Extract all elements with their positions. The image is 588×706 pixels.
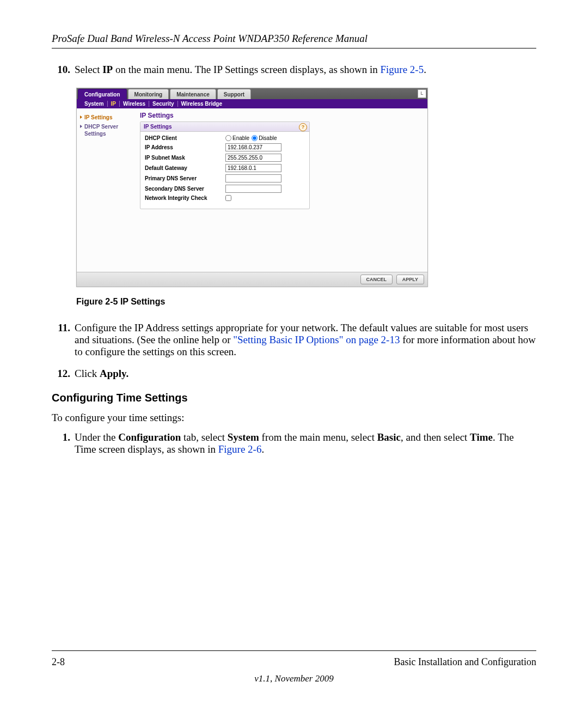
bold-basic: Basic <box>377 431 401 443</box>
figure-link[interactable]: Figure 2-5 <box>381 64 424 75</box>
sidenav-ip-settings[interactable]: IP Settings <box>80 113 134 122</box>
text: . <box>261 443 264 455</box>
radio-enable-label: Enable <box>232 135 249 141</box>
submenu-wireless[interactable]: Wireless <box>120 101 149 107</box>
input-subnet[interactable] <box>225 154 281 162</box>
text: . <box>424 64 426 75</box>
step-number: 11. <box>52 322 75 358</box>
submenu-system[interactable]: System <box>81 101 108 107</box>
step-number: 1. <box>52 431 75 455</box>
bold-time: Time <box>470 431 493 443</box>
link-setting-ip-options[interactable]: "Setting Basic IP Options" on page 2-13 <box>233 334 400 345</box>
footer-section: Basic Installation and Configuration <box>394 656 536 668</box>
radio-disable-wrap[interactable]: Disable <box>252 135 277 141</box>
input-secondary-dns[interactable] <box>225 185 281 193</box>
page-header-title: ProSafe Dual Band Wireless-N Access Poin… <box>52 33 536 45</box>
panel-body: DHCP Client Enable Disable IP Address IP… <box>140 132 309 209</box>
step-10: 10. Select IP on the main menu. The IP S… <box>52 64 536 76</box>
content-title: IP Settings <box>140 112 422 119</box>
help-icon[interactable]: ? <box>299 123 307 131</box>
text: , and then select <box>401 431 470 443</box>
panel-title: IP Settings <box>144 124 172 130</box>
submenu-wireless-bridge[interactable]: Wireless Bridge <box>178 101 226 107</box>
logout-icon[interactable]: L <box>418 89 426 98</box>
step-body: Click Apply. <box>75 368 536 380</box>
bottom-bar: CANCEL APPLY <box>77 272 427 287</box>
work-area: IP Settings DHCP Server Settings IP Sett… <box>77 108 427 272</box>
checkbox-network-integrity[interactable] <box>225 195 231 201</box>
footer-rule <box>52 650 536 651</box>
header-rule <box>52 48 536 48</box>
submenu-ip[interactable]: IP <box>108 101 120 107</box>
text: Under the <box>75 431 118 443</box>
bold-apply: Apply. <box>100 368 128 379</box>
screenshot-ip-settings: Configuration Monitoring Maintenance Sup… <box>76 88 428 287</box>
radio-disable[interactable] <box>252 135 258 141</box>
sidenav-dhcp-server[interactable]: DHCP Server Settings <box>80 122 134 138</box>
tab-bar: Configuration Monitoring Maintenance Sup… <box>77 88 427 99</box>
text: on the main menu. The IP Settings screen… <box>113 64 380 75</box>
time-step-1: 1. Under the Configuration tab, select S… <box>52 431 536 455</box>
cancel-button[interactable]: CANCEL <box>360 275 393 284</box>
submenu-bar: System IP Wireless Security Wireless Bri… <box>77 99 427 108</box>
input-ip-address[interactable] <box>225 143 281 151</box>
footer-page-number: 2-8 <box>52 656 65 668</box>
step-body: Configure the IP Address settings approp… <box>75 322 536 358</box>
tab-configuration[interactable]: Configuration <box>78 89 127 99</box>
bold-ip: IP <box>102 64 113 75</box>
section-heading-time: Configuring Time Settings <box>52 392 536 404</box>
page-footer: 2-8 Basic Installation and Configuration <box>52 656 536 668</box>
label-subnet: IP Subnet Mask <box>145 155 225 161</box>
step-12: 12. Click Apply. <box>52 368 536 380</box>
label-primary-dns: Primary DNS Server <box>145 175 225 181</box>
text: Click <box>75 368 100 379</box>
label-gateway: Default Gateway <box>145 165 225 171</box>
step-body: Select IP on the main menu. The IP Setti… <box>75 64 536 76</box>
content-pane: IP Settings IP Settings ? DHCP Client En… <box>138 108 427 272</box>
time-intro: To configure your time settings: <box>52 412 536 424</box>
tab-monitoring[interactable]: Monitoring <box>128 89 169 99</box>
submenu-security[interactable]: Security <box>149 101 177 107</box>
tab-support[interactable]: Support <box>217 89 251 99</box>
label-dhcp-client: DHCP Client <box>145 135 225 141</box>
input-primary-dns[interactable] <box>225 174 281 182</box>
text: tab, select <box>181 431 227 443</box>
label-secondary-dns: Secondary DNS Server <box>145 186 225 192</box>
bold-configuration: Configuration <box>118 431 181 443</box>
radio-enable-wrap[interactable]: Enable <box>225 135 249 141</box>
apply-button[interactable]: APPLY <box>396 275 424 284</box>
tab-maintenance[interactable]: Maintenance <box>170 89 216 99</box>
figure-caption: Figure 2-5 IP Settings <box>76 297 536 307</box>
footer-version: v1.1, November 2009 <box>52 673 536 684</box>
step-number: 12. <box>52 368 75 380</box>
label-ip-address: IP Address <box>145 144 225 150</box>
text: from the main menu, select <box>259 431 377 443</box>
panel-header: IP Settings ? <box>140 122 309 132</box>
step-body: Under the Configuration tab, select Syst… <box>75 431 536 455</box>
radio-enable[interactable] <box>225 135 231 141</box>
step-number: 10. <box>52 64 75 76</box>
side-nav: IP Settings DHCP Server Settings <box>77 108 138 272</box>
panel-ip-settings: IP Settings ? DHCP Client Enable Disable… <box>140 121 310 209</box>
page-spacer <box>52 465 536 650</box>
radio-disable-label: Disable <box>259 135 277 141</box>
text: Select <box>75 64 102 75</box>
label-network-integrity: Network Integrity Check <box>145 195 225 201</box>
bold-system: System <box>228 431 259 443</box>
step-11: 11. Configure the IP Address settings ap… <box>52 322 536 358</box>
figure-link-2-6[interactable]: Figure 2-6 <box>218 443 262 455</box>
input-gateway[interactable] <box>225 164 281 172</box>
